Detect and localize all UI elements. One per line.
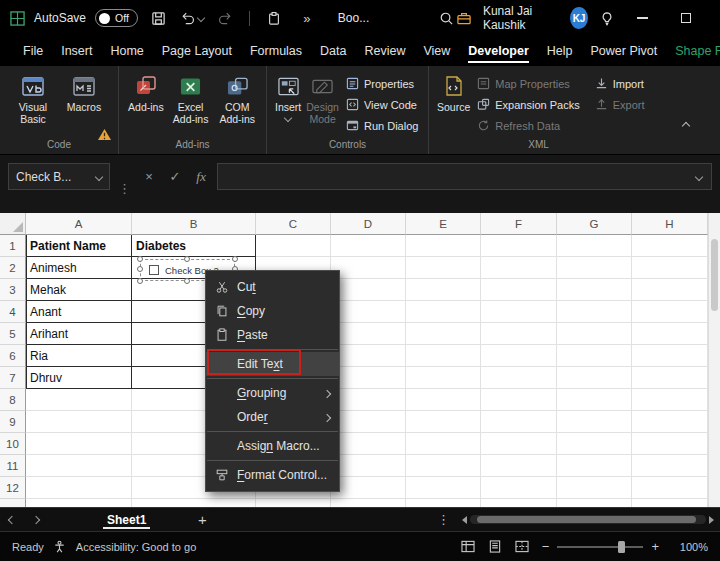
cell-D3[interactable]	[331, 279, 406, 301]
cell-A3[interactable]: Mehak	[26, 279, 132, 301]
cell-H1[interactable]	[632, 235, 708, 257]
cell-H3[interactable]	[632, 279, 708, 301]
selection-handle[interactable]	[232, 256, 238, 262]
column-header-E[interactable]: E	[406, 213, 481, 235]
cell-H13[interactable]	[632, 499, 708, 507]
scroll-right-arrow[interactable]	[709, 516, 714, 524]
briefcase-icon[interactable]	[454, 5, 474, 31]
cell-B1[interactable]: Diabetes	[132, 235, 256, 257]
cell-G6[interactable]	[557, 345, 632, 367]
cell-E6[interactable]	[406, 345, 481, 367]
cell-G12[interactable]	[557, 477, 632, 499]
column-header-C[interactable]: C	[256, 213, 331, 235]
cell-D2[interactable]	[331, 257, 406, 279]
row-header-1[interactable]: 1	[0, 235, 26, 257]
cell-A7[interactable]: Dhruv	[26, 367, 132, 389]
cell-A4[interactable]: Anant	[26, 301, 132, 323]
tab-page-layout[interactable]: Page Layout	[153, 39, 241, 63]
tab-data[interactable]: Data	[311, 39, 355, 63]
cell-D8[interactable]	[331, 389, 406, 411]
cell-G9[interactable]	[557, 411, 632, 433]
close-button[interactable]: ×	[713, 0, 720, 36]
cell-A10[interactable]	[26, 433, 132, 455]
selection-handle[interactable]	[137, 278, 143, 284]
cell-D10[interactable]	[331, 433, 406, 455]
cell-D7[interactable]	[331, 367, 406, 389]
cell-D13[interactable]	[331, 499, 406, 507]
tab-home[interactable]: Home	[101, 39, 152, 63]
page-break-view-icon[interactable]	[515, 540, 529, 553]
cell-F1[interactable]	[481, 235, 557, 257]
cell-A8[interactable]	[26, 389, 132, 411]
minimize-button[interactable]	[626, 0, 660, 36]
lightbulb-icon[interactable]	[597, 5, 617, 31]
cell-E7[interactable]	[406, 367, 481, 389]
page-layout-view-icon[interactable]	[488, 540, 502, 553]
cell-G3[interactable]	[557, 279, 632, 301]
user-name[interactable]: Kunal Jai Kaushik	[483, 4, 561, 32]
cell-D1[interactable]	[331, 235, 406, 257]
cell-H8[interactable]	[632, 389, 708, 411]
row-header-12[interactable]: 12	[0, 477, 26, 499]
cell-E1[interactable]	[406, 235, 481, 257]
cell-A5[interactable]: Arihant	[26, 323, 132, 345]
cell-D9[interactable]	[331, 411, 406, 433]
formula-input[interactable]	[217, 163, 712, 190]
column-header-A[interactable]: A	[26, 213, 132, 235]
cell-G8[interactable]	[557, 389, 632, 411]
macros-button[interactable]: Macros	[62, 71, 106, 113]
cell-E2[interactable]	[406, 257, 481, 279]
addins-button[interactable]: Add-ins	[126, 71, 166, 113]
selection-handle[interactable]	[184, 278, 190, 284]
cell-H9[interactable]	[632, 411, 708, 433]
horizontal-scrollbar-track[interactable]	[470, 515, 706, 524]
formula-bar-grip[interactable]: ⋮	[116, 175, 133, 202]
cell-F10[interactable]	[481, 433, 557, 455]
cell-G1[interactable]	[557, 235, 632, 257]
visual-basic-button[interactable]: Visual Basic	[7, 71, 59, 125]
run-dialog-button[interactable]: Run Dialog	[343, 115, 421, 136]
column-header-F[interactable]: F	[481, 213, 557, 235]
cell-E9[interactable]	[406, 411, 481, 433]
cell-H6[interactable]	[632, 345, 708, 367]
cell-D6[interactable]	[331, 345, 406, 367]
row-header-4[interactable]: 4	[0, 301, 26, 323]
tab-power-pivot[interactable]: Power Pivot	[582, 39, 667, 63]
cell-F4[interactable]	[481, 301, 557, 323]
cell-G13[interactable]	[557, 499, 632, 507]
view-code-button[interactable]: View Code	[343, 94, 421, 115]
column-header-G[interactable]: G	[557, 213, 632, 235]
menu-item-assign-macro[interactable]: Assign Macro...	[206, 434, 339, 458]
enter-icon[interactable]: ✓	[165, 163, 185, 190]
zoom-in-button[interactable]: +	[651, 539, 659, 554]
insert-function-icon[interactable]: fx	[191, 163, 211, 190]
cell-E3[interactable]	[406, 279, 481, 301]
cell-F12[interactable]	[481, 477, 557, 499]
map-properties-button[interactable]: Map Properties	[474, 73, 582, 94]
accessibility-status[interactable]: Accessibility: Good to go	[76, 541, 196, 553]
cell-E12[interactable]	[406, 477, 481, 499]
row-header-5[interactable]: 5	[0, 323, 26, 345]
cell-C1[interactable]	[256, 235, 331, 257]
cell-A13[interactable]	[26, 499, 132, 507]
cancel-icon[interactable]: ×	[139, 163, 159, 190]
normal-view-icon[interactable]	[461, 540, 475, 553]
maximize-button[interactable]	[669, 0, 703, 36]
cell-G4[interactable]	[557, 301, 632, 323]
avatar[interactable]: KJ	[570, 7, 588, 29]
tab-review[interactable]: Review	[355, 39, 414, 63]
row-header-8[interactable]: 8	[0, 389, 26, 411]
horizontal-scrollbar-thumb[interactable]	[477, 516, 696, 523]
undo-icon[interactable]	[180, 5, 204, 31]
cell-H5[interactable]	[632, 323, 708, 345]
cell-A11[interactable]	[26, 455, 132, 477]
vertical-scrollbar-thumb[interactable]	[711, 239, 718, 311]
tab-shape-format[interactable]: Shape Format	[666, 39, 720, 63]
cell-H4[interactable]	[632, 301, 708, 323]
selection-handle[interactable]	[137, 266, 143, 272]
cell-F6[interactable]	[481, 345, 557, 367]
export-button[interactable]: Export	[592, 94, 648, 115]
cell-F8[interactable]	[481, 389, 557, 411]
refresh-data-button[interactable]: Refresh Data	[474, 115, 582, 136]
cell-E4[interactable]	[406, 301, 481, 323]
